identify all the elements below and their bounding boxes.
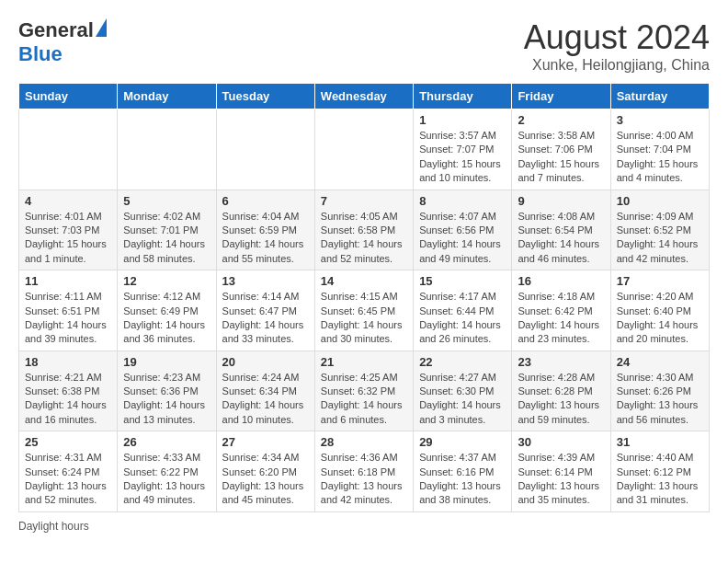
day-number: 4 [25, 194, 111, 208]
day-info: Sunrise: 4:01 AM Sunset: 7:03 PM Dayligh… [25, 210, 111, 267]
day-number: 16 [518, 274, 604, 288]
calendar-cell: 17Sunrise: 4:20 AM Sunset: 6:40 PM Dayli… [610, 270, 709, 351]
calendar-cell: 9Sunrise: 4:08 AM Sunset: 6:54 PM Daylig… [512, 190, 610, 270]
calendar-week-row: 11Sunrise: 4:11 AM Sunset: 6:51 PM Dayli… [19, 270, 710, 351]
day-info: Sunrise: 4:27 AM Sunset: 6:30 PM Dayligh… [419, 371, 506, 428]
day-info: Sunrise: 4:33 AM Sunset: 6:22 PM Dayligh… [123, 451, 210, 508]
day-number: 2 [518, 113, 604, 127]
calendar-cell: 2Sunrise: 3:58 AM Sunset: 7:06 PM Daylig… [512, 109, 610, 190]
calendar-cell [216, 109, 314, 190]
calendar-cell [19, 109, 118, 190]
calendar-table: SundayMondayTuesdayWednesdayThursdayFrid… [18, 83, 710, 512]
day-info: Sunrise: 4:04 AM Sunset: 6:59 PM Dayligh… [222, 210, 309, 267]
day-header-thursday: Thursday [414, 84, 512, 109]
title-section: August 2024 Xunke, Heilongjiang, China [524, 18, 710, 74]
day-info: Sunrise: 3:58 AM Sunset: 7:06 PM Dayligh… [518, 129, 604, 186]
day-number: 15 [419, 274, 506, 288]
day-number: 21 [321, 355, 407, 369]
logo-triangle-icon [96, 18, 107, 37]
day-info: Sunrise: 4:11 AM Sunset: 6:51 PM Dayligh… [25, 290, 111, 347]
page-header: General Blue August 2024 Xunke, Heilongj… [18, 18, 710, 74]
day-number: 5 [123, 194, 210, 208]
day-info: Sunrise: 4:05 AM Sunset: 6:58 PM Dayligh… [321, 210, 407, 267]
day-info: Sunrise: 4:36 AM Sunset: 6:18 PM Dayligh… [321, 451, 407, 508]
day-info: Sunrise: 4:14 AM Sunset: 6:47 PM Dayligh… [222, 290, 309, 347]
day-number: 18 [25, 355, 111, 369]
day-number: 29 [419, 435, 506, 449]
calendar-cell: 22Sunrise: 4:27 AM Sunset: 6:30 PM Dayli… [414, 350, 512, 431]
day-number: 20 [222, 355, 309, 369]
day-header-friday: Friday [512, 84, 610, 109]
day-info: Sunrise: 4:25 AM Sunset: 6:32 PM Dayligh… [321, 371, 407, 428]
calendar-header-row: SundayMondayTuesdayWednesdayThursdayFrid… [19, 84, 710, 109]
calendar-cell: 29Sunrise: 4:37 AM Sunset: 6:16 PM Dayli… [414, 431, 512, 512]
calendar-cell [314, 109, 413, 190]
calendar-cell: 19Sunrise: 4:23 AM Sunset: 6:36 PM Dayli… [118, 350, 216, 431]
calendar-cell: 20Sunrise: 4:24 AM Sunset: 6:34 PM Dayli… [216, 350, 314, 431]
day-number: 14 [321, 274, 407, 288]
calendar-cell: 24Sunrise: 4:30 AM Sunset: 6:26 PM Dayli… [610, 350, 709, 431]
day-info: Sunrise: 4:17 AM Sunset: 6:44 PM Dayligh… [419, 290, 506, 347]
calendar-cell: 13Sunrise: 4:14 AM Sunset: 6:47 PM Dayli… [216, 270, 314, 351]
calendar-cell: 3Sunrise: 4:00 AM Sunset: 7:04 PM Daylig… [610, 109, 709, 190]
calendar-cell: 27Sunrise: 4:34 AM Sunset: 6:20 PM Dayli… [216, 431, 314, 512]
day-number: 6 [222, 194, 309, 208]
calendar-cell: 7Sunrise: 4:05 AM Sunset: 6:58 PM Daylig… [314, 190, 413, 270]
day-number: 22 [419, 355, 506, 369]
logo-general-text: General [18, 18, 94, 42]
calendar-cell: 18Sunrise: 4:21 AM Sunset: 6:38 PM Dayli… [19, 350, 118, 431]
day-header-tuesday: Tuesday [216, 84, 314, 109]
footer: Daylight hours [18, 520, 710, 533]
calendar-cell: 25Sunrise: 4:31 AM Sunset: 6:24 PM Dayli… [19, 431, 118, 512]
day-info: Sunrise: 4:31 AM Sunset: 6:24 PM Dayligh… [25, 451, 111, 508]
day-info: Sunrise: 3:57 AM Sunset: 7:07 PM Dayligh… [419, 129, 506, 186]
day-number: 12 [123, 274, 210, 288]
calendar-cell: 15Sunrise: 4:17 AM Sunset: 6:44 PM Dayli… [414, 270, 512, 351]
day-header-sunday: Sunday [19, 84, 118, 109]
calendar-week-row: 18Sunrise: 4:21 AM Sunset: 6:38 PM Dayli… [19, 350, 710, 431]
day-number: 8 [419, 194, 506, 208]
day-info: Sunrise: 4:21 AM Sunset: 6:38 PM Dayligh… [25, 371, 111, 428]
day-info: Sunrise: 4:02 AM Sunset: 7:01 PM Dayligh… [123, 210, 210, 267]
logo: General Blue [18, 18, 107, 66]
day-number: 27 [222, 435, 309, 449]
calendar-cell: 16Sunrise: 4:18 AM Sunset: 6:42 PM Dayli… [512, 270, 610, 351]
calendar-cell: 6Sunrise: 4:04 AM Sunset: 6:59 PM Daylig… [216, 190, 314, 270]
day-info: Sunrise: 4:15 AM Sunset: 6:45 PM Dayligh… [321, 290, 407, 347]
day-info: Sunrise: 4:40 AM Sunset: 6:12 PM Dayligh… [617, 451, 703, 508]
calendar-cell: 1Sunrise: 3:57 AM Sunset: 7:07 PM Daylig… [414, 109, 512, 190]
day-info: Sunrise: 4:24 AM Sunset: 6:34 PM Dayligh… [222, 371, 309, 428]
day-info: Sunrise: 4:28 AM Sunset: 6:28 PM Dayligh… [518, 371, 604, 428]
day-number: 19 [123, 355, 210, 369]
calendar-cell: 5Sunrise: 4:02 AM Sunset: 7:01 PM Daylig… [118, 190, 216, 270]
day-header-saturday: Saturday [610, 84, 709, 109]
day-number: 30 [518, 435, 604, 449]
calendar-cell: 10Sunrise: 4:09 AM Sunset: 6:52 PM Dayli… [610, 190, 709, 270]
calendar-week-row: 4Sunrise: 4:01 AM Sunset: 7:03 PM Daylig… [19, 190, 710, 270]
day-info: Sunrise: 4:07 AM Sunset: 6:56 PM Dayligh… [419, 210, 506, 267]
calendar-cell: 21Sunrise: 4:25 AM Sunset: 6:32 PM Dayli… [314, 350, 413, 431]
day-number: 24 [617, 355, 703, 369]
day-info: Sunrise: 4:34 AM Sunset: 6:20 PM Dayligh… [222, 451, 309, 508]
day-number: 11 [25, 274, 111, 288]
day-number: 3 [617, 113, 703, 127]
calendar-cell: 4Sunrise: 4:01 AM Sunset: 7:03 PM Daylig… [19, 190, 118, 270]
day-number: 23 [518, 355, 604, 369]
day-number: 9 [518, 194, 604, 208]
day-number: 25 [25, 435, 111, 449]
calendar-cell: 28Sunrise: 4:36 AM Sunset: 6:18 PM Dayli… [314, 431, 413, 512]
day-info: Sunrise: 4:37 AM Sunset: 6:16 PM Dayligh… [419, 451, 506, 508]
calendar-cell: 23Sunrise: 4:28 AM Sunset: 6:28 PM Dayli… [512, 350, 610, 431]
day-header-wednesday: Wednesday [314, 84, 413, 109]
calendar-cell [118, 109, 216, 190]
calendar-cell: 14Sunrise: 4:15 AM Sunset: 6:45 PM Dayli… [314, 270, 413, 351]
day-info: Sunrise: 4:08 AM Sunset: 6:54 PM Dayligh… [518, 210, 604, 267]
calendar-cell: 12Sunrise: 4:12 AM Sunset: 6:49 PM Dayli… [118, 270, 216, 351]
day-number: 28 [321, 435, 407, 449]
day-info: Sunrise: 4:12 AM Sunset: 6:49 PM Dayligh… [123, 290, 210, 347]
month-title: August 2024 [524, 18, 710, 57]
day-info: Sunrise: 4:09 AM Sunset: 6:52 PM Dayligh… [617, 210, 703, 267]
day-number: 17 [617, 274, 703, 288]
calendar-cell: 30Sunrise: 4:39 AM Sunset: 6:14 PM Dayli… [512, 431, 610, 512]
calendar-cell: 31Sunrise: 4:40 AM Sunset: 6:12 PM Dayli… [610, 431, 709, 512]
